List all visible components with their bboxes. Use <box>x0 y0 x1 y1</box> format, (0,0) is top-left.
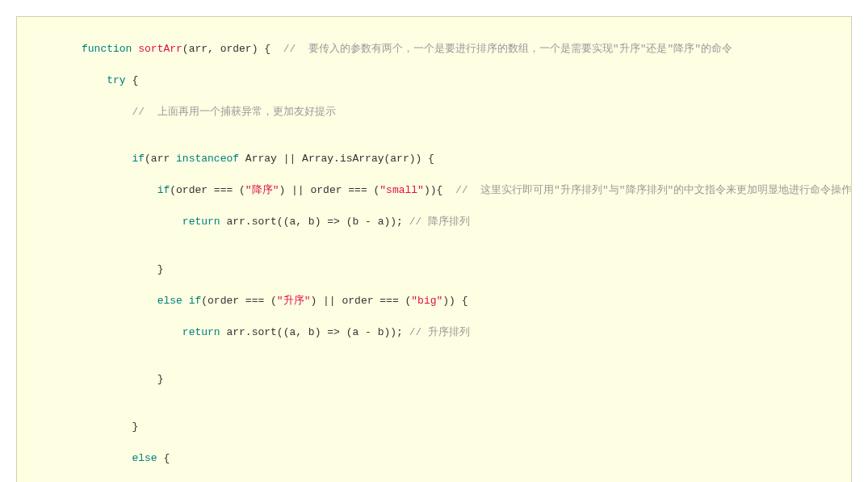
code-line: try { <box>17 73 843 89</box>
code-line: function sortArr(arr, order) { // 要传入的参数… <box>17 41 843 57</box>
code-line: // 上面再用一个捕获异常，更加友好提示 <box>17 104 843 120</box>
code-line: } <box>17 371 843 388</box>
code-line: } <box>17 262 843 278</box>
code-line: else if(order === ("升序") || order === ("… <box>17 293 843 309</box>
code-block: function sortArr(arr, order) { // 要传入的参数… <box>16 16 852 482</box>
code-line: return arr.sort((a, b) => (a - b)); // 升… <box>17 325 843 341</box>
code-line: return arr.sort((a, b) => (b - a)); // 降… <box>17 214 843 230</box>
code-line: if(order === ("降序") || order === ("small… <box>17 182 843 199</box>
code-line: if(arr instanceof Array || Array.isArray… <box>17 151 843 167</box>
code-line: } <box>17 419 843 435</box>
code-line: else { <box>17 451 843 467</box>
